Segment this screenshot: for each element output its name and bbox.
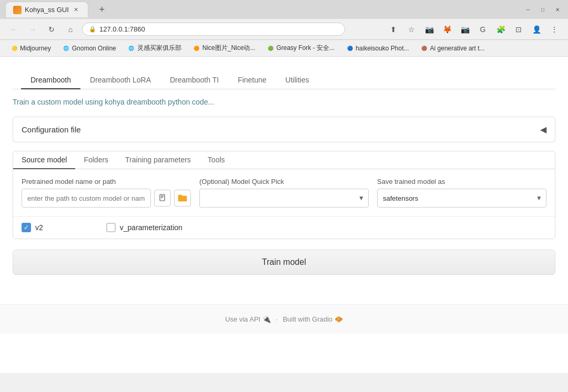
gradio-icon: 🧇 (334, 315, 343, 323)
folder-icon (178, 194, 187, 202)
v-param-checkbox[interactable] (106, 223, 116, 232)
close-button[interactable]: ✕ (552, 4, 563, 15)
bookmark-lingjian-icon: 🌐 (128, 45, 135, 52)
v2-checkbox-item[interactable]: ✓ v2 (22, 223, 43, 232)
quick-pick-wrapper: ▼ (199, 189, 369, 208)
extension-icon3[interactable]: 📷 (458, 22, 472, 37)
train-model-button[interactable]: Train model (13, 250, 555, 275)
folder-icon-btn[interactable] (174, 190, 191, 207)
bookmarks-bar: 🟡 Midjourney 🌐 Gnomon Online 🌐 灵感买家俱乐部 🟠… (0, 40, 568, 57)
quick-pick-group: (Optional) Model Quick Pick ▼ (199, 178, 369, 208)
source-panel-body: Pretrained model name or path (13, 169, 555, 216)
tab-dreambooth-ti[interactable]: Dreambooth TI (160, 71, 228, 89)
bookmark-gnomon-icon: 🌐 (63, 45, 70, 52)
bookmark-midjourney-label: Midjourney (20, 45, 51, 52)
back-button[interactable]: ← (6, 22, 21, 37)
v2-checkbox[interactable]: ✓ (22, 223, 31, 232)
save-model-wrapper: safetensors ckpt diffusers ▼ (377, 189, 546, 208)
bookmark-lingjian[interactable]: 🌐 灵感买家俱乐部 (124, 43, 186, 54)
bookmark-gnomon[interactable]: 🌐 Gnomon Online (58, 44, 120, 53)
footer: Use via API 🔌 · Built with Gradio 🧇 (0, 304, 568, 334)
bookmark-ai-art[interactable]: 🟤 Ai generative art t... (417, 44, 489, 53)
paste-icon (158, 194, 167, 202)
extension-icon2[interactable]: 🦊 (440, 22, 454, 37)
tab-favicon (13, 6, 22, 14)
bookmark-haikei-icon: 🔵 (346, 45, 353, 52)
forward-button[interactable]: → (25, 22, 40, 37)
bookmark-haikei[interactable]: 🔵 haikeisouko Phot... (342, 44, 413, 53)
bookmark-greasy-label: Greasy Fork - 安全... (276, 44, 334, 53)
train-btn-wrapper: Train model (13, 250, 555, 275)
svg-rect-1 (161, 195, 164, 196)
bookmark-haikei-label: haikeisouko Phot... (356, 45, 409, 52)
extension-icon1[interactable]: 📷 (422, 22, 437, 37)
checkbox-row: ✓ v2 v_parameterization (13, 216, 555, 239)
bookmark-nice-label: Nice图片_Nice动... (202, 44, 256, 53)
browser-tab[interactable]: Kohya_ss GUI ✕ (5, 2, 88, 17)
pretrained-input[interactable] (22, 189, 151, 208)
menu-icon[interactable]: ⋮ (547, 22, 562, 37)
use-api-text: Use via API (225, 315, 260, 323)
v-param-label: v_parameterization (120, 223, 182, 232)
pretrained-input-row (22, 189, 191, 208)
tab-finetune[interactable]: Finetune (228, 71, 276, 89)
app-description: Train a custom model using kohya dreambo… (13, 98, 555, 106)
save-model-select[interactable]: safetensors ckpt diffusers (377, 189, 546, 208)
bookmark-midjourney[interactable]: 🟡 Midjourney (6, 44, 55, 53)
bookmark-ai-art-label: Ai generative art t... (430, 45, 485, 52)
v-param-checkbox-item[interactable]: v_parameterization (106, 223, 182, 232)
toolbar-icons: ⬆ ☆ 📷 🦊 📷 G 🧩 ⊡ 👤 ⋮ (386, 22, 562, 37)
url-bar[interactable]: 🔒 127.0.0.1:7860 (82, 23, 345, 36)
title-bar: Kohya_ss GUI ✕ + ─ □ ✕ (0, 0, 568, 19)
window-controls: ─ □ ✕ (523, 4, 563, 15)
v2-check-mark: ✓ (24, 224, 29, 231)
new-tab-button[interactable]: + (95, 2, 109, 17)
page-content: Dreambooth Dreambooth LoRA Dreambooth TI… (0, 57, 568, 373)
tab-utilities[interactable]: Utilities (276, 71, 319, 89)
page-body: Dreambooth Dreambooth LoRA Dreambooth TI… (0, 57, 568, 283)
inner-tab-source-model[interactable]: Source model (13, 151, 75, 169)
config-section[interactable]: Configuration file ◀ (13, 117, 555, 142)
tab-dreambooth-lora[interactable]: Dreambooth LoRA (80, 71, 160, 89)
extension-icon4[interactable]: G (475, 22, 490, 37)
bookmark-icon[interactable]: ☆ (404, 22, 419, 37)
inner-tab-training-params[interactable]: Training parameters (117, 151, 199, 169)
quick-pick-label: (Optional) Model Quick Pick (199, 178, 369, 185)
inner-tab-tools[interactable]: Tools (199, 151, 234, 169)
pretrained-model-group: Pretrained model name or path (22, 178, 191, 208)
inner-tab-bar: Source model Folders Training parameters… (13, 151, 555, 169)
built-with-label: Built with Gradio (283, 315, 333, 323)
v2-label: v2 (35, 223, 43, 232)
pretrained-label: Pretrained model name or path (22, 178, 191, 185)
inner-tab-folders[interactable]: Folders (75, 151, 117, 169)
extension-icon5[interactable]: 🧩 (493, 22, 508, 37)
profile-icon[interactable]: 👤 (529, 22, 544, 37)
tab-dreambooth[interactable]: Dreambooth (21, 71, 80, 89)
reload-button[interactable]: ↻ (44, 22, 59, 37)
bookmark-gnomon-label: Gnomon Online (72, 45, 116, 52)
collapse-icon: ◀ (540, 125, 546, 135)
use-api-link[interactable]: Use via API 🔌 (225, 315, 272, 323)
bookmark-greasy-icon: 🟢 (267, 45, 274, 52)
source-panel: Source model Folders Training parameters… (13, 151, 555, 239)
tab-close-button[interactable]: ✕ (72, 6, 80, 14)
lock-icon: 🔒 (89, 26, 96, 33)
app-tabs: Dreambooth Dreambooth LoRA Dreambooth TI… (13, 65, 555, 89)
bookmark-greasy[interactable]: 🟢 Greasy Fork - 安全... (262, 43, 339, 54)
minimize-button[interactable]: ─ (523, 4, 533, 15)
share-icon[interactable]: ⬆ (386, 22, 401, 37)
sidebar-toggle[interactable]: ⊡ (511, 22, 526, 37)
bookmark-ai-art-icon: 🟤 (421, 45, 428, 52)
bookmark-nice[interactable]: 🟠 Nice图片_Nice动... (189, 43, 260, 54)
config-label: Configuration file (22, 125, 81, 134)
api-icon: 🔌 (262, 315, 271, 323)
home-button[interactable]: ⌂ (63, 22, 78, 37)
save-model-group: Save trained model as safetensors ckpt d… (377, 178, 546, 208)
tab-title: Kohya_ss GUI (25, 6, 69, 14)
svg-rect-3 (161, 198, 163, 198)
quick-pick-select[interactable] (199, 189, 369, 208)
restore-button[interactable]: □ (537, 4, 548, 15)
bookmark-nice-icon: 🟠 (193, 45, 200, 52)
paste-icon-btn[interactable] (154, 190, 171, 207)
svg-rect-2 (161, 197, 164, 197)
